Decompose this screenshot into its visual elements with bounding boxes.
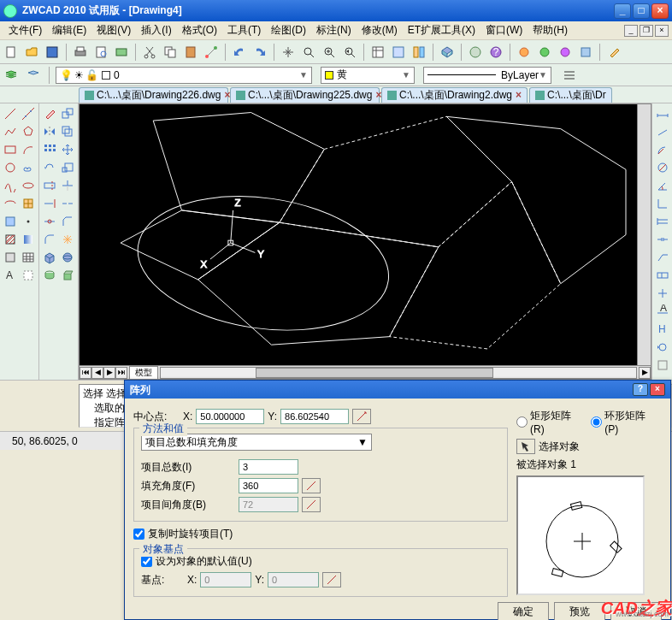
- pline-button[interactable]: [2, 123, 19, 140]
- array-button[interactable]: [41, 141, 58, 158]
- drawing-area[interactable]: X Y Z ⏮ ◀ ▶ ⏭ 模型 ▶: [79, 103, 651, 380]
- leader-button[interactable]: [654, 249, 670, 266]
- center-mark-button[interactable]: [654, 285, 670, 302]
- rotate-checkbox-input[interactable]: [133, 528, 144, 540]
- revcloud-button[interactable]: [20, 159, 37, 176]
- break-button[interactable]: [59, 195, 76, 212]
- layer-combo[interactable]: 💡 ☀ 🔓 0 ▼: [56, 67, 312, 84]
- preview-button[interactable]: 预览: [554, 602, 605, 620]
- rectangle-button[interactable]: [2, 141, 19, 158]
- dim-angular-button[interactable]: [654, 177, 670, 194]
- ellipse-arc-button[interactable]: [2, 195, 19, 212]
- linetype-combo[interactable]: ByLayer ▼: [423, 67, 551, 84]
- table-button[interactable]: [20, 249, 37, 266]
- layer-states-button[interactable]: [24, 66, 43, 85]
- scroll-prev-button[interactable]: ◀: [91, 367, 103, 379]
- rotate-button[interactable]: [41, 159, 58, 176]
- make-block-button[interactable]: [2, 213, 19, 230]
- polygon-button[interactable]: [20, 123, 37, 140]
- scroll-next-button[interactable]: ▶: [103, 367, 115, 379]
- menu-dimension[interactable]: 标注(N): [311, 21, 357, 39]
- arc-button[interactable]: [20, 141, 37, 158]
- gradient-button[interactable]: [20, 231, 37, 248]
- horizontal-scrollbar[interactable]: [160, 367, 637, 379]
- ext4-button[interactable]: [576, 43, 595, 62]
- document-tab[interactable]: C:\...\桌面\Drawing2.dwg×: [381, 87, 528, 103]
- dim-style-button[interactable]: [654, 357, 670, 374]
- tab-close-icon[interactable]: ×: [516, 89, 522, 101]
- paste-button[interactable]: [181, 43, 200, 62]
- document-tab[interactable]: C:\...\桌面\Dr: [529, 87, 612, 103]
- menu-modify[interactable]: 修改(M): [357, 21, 403, 39]
- ext3-button[interactable]: [556, 43, 575, 62]
- menu-view[interactable]: 视图(V): [91, 21, 136, 39]
- cut-button[interactable]: [140, 43, 159, 62]
- zoom-window-button[interactable]: [320, 43, 339, 62]
- clean-button[interactable]: [604, 43, 623, 62]
- print-button[interactable]: [71, 43, 90, 62]
- open-button[interactable]: [22, 43, 41, 62]
- lineweight-button[interactable]: [560, 66, 579, 85]
- dim-radius-button[interactable]: [654, 141, 670, 158]
- revolve-button[interactable]: [41, 267, 58, 284]
- move-button[interactable]: [59, 141, 76, 158]
- fillet-button[interactable]: [41, 231, 58, 248]
- tool-palettes-button[interactable]: [410, 43, 428, 62]
- explode-button[interactable]: [59, 231, 76, 248]
- zoom-realtime-button[interactable]: [299, 43, 318, 62]
- render-button[interactable]: [438, 43, 457, 62]
- mdi-minimize-button[interactable]: _: [624, 25, 638, 37]
- menu-ettools[interactable]: ET扩展工具(X): [403, 21, 480, 39]
- center-y-input[interactable]: [280, 409, 349, 424]
- model-tab[interactable]: 模型: [129, 366, 158, 380]
- chamfer-button[interactable]: [59, 213, 76, 230]
- dim-update-button[interactable]: [654, 339, 670, 356]
- maximize-button[interactable]: □: [633, 3, 650, 19]
- minimize-button[interactable]: _: [614, 3, 631, 19]
- select-objects-button[interactable]: [516, 439, 535, 454]
- default-checkbox-input[interactable]: [141, 556, 152, 567]
- canvas[interactable]: X Y Z: [80, 104, 651, 365]
- ext1-button[interactable]: [515, 43, 533, 62]
- ext2-button[interactable]: [535, 43, 554, 62]
- polar-array-radio[interactable]: 环形矩阵(P): [591, 409, 648, 435]
- menu-window[interactable]: 窗口(W): [480, 21, 528, 39]
- chevron-down-icon[interactable]: ▼: [299, 70, 308, 80]
- design-center-button[interactable]: [389, 43, 408, 62]
- ok-button[interactable]: 确定: [498, 602, 549, 620]
- rotate-checkbox[interactable]: 复制时旋转项目(T): [133, 527, 508, 541]
- dim-diameter-button[interactable]: [654, 159, 670, 176]
- chevron-down-icon[interactable]: ▼: [539, 70, 547, 80]
- close-button[interactable]: ×: [651, 3, 669, 19]
- erase-button[interactable]: [41, 105, 58, 122]
- publish-button[interactable]: [112, 43, 131, 62]
- scroll-first-button[interactable]: ⏮: [80, 367, 91, 379]
- new-button[interactable]: [2, 43, 21, 62]
- dialog-help-button[interactable]: ?: [633, 383, 648, 396]
- calc-button[interactable]: [466, 43, 485, 62]
- hatch-button[interactable]: [2, 231, 19, 248]
- fill-angle-input[interactable]: [239, 478, 298, 493]
- tolerance-button[interactable]: [654, 267, 670, 284]
- wipeout-button[interactable]: [20, 267, 37, 284]
- dialog-titlebar[interactable]: 阵列 ? ×: [125, 381, 670, 399]
- help-button[interactable]: ?: [486, 43, 505, 62]
- menu-tools[interactable]: 工具(T): [222, 21, 266, 39]
- pick-center-button[interactable]: [352, 409, 371, 424]
- menu-help[interactable]: 帮助(H): [528, 21, 573, 39]
- vertical-scrollbar[interactable]: [637, 104, 651, 365]
- scroll-right-button[interactable]: ▶: [639, 367, 651, 379]
- solid-sphere-button[interactable]: [59, 249, 76, 266]
- insert-block-button[interactable]: [20, 195, 37, 212]
- document-tab[interactable]: C:\...\桌面\Drawing225.dwg×: [230, 87, 380, 103]
- dim-baseline-button[interactable]: [654, 213, 670, 230]
- menu-file[interactable]: 文件(F): [3, 21, 47, 39]
- method-select[interactable]: 项目总数和填充角度 ▼: [141, 434, 372, 451]
- circle-button[interactable]: [2, 159, 19, 176]
- dim-text-edit-button[interactable]: H: [654, 321, 670, 338]
- chevron-down-icon[interactable]: ▼: [402, 70, 410, 80]
- copy-button[interactable]: [161, 43, 180, 62]
- offset-button[interactable]: [59, 123, 76, 140]
- menu-format[interactable]: 格式(O): [177, 21, 222, 39]
- undo-button[interactable]: [230, 43, 249, 62]
